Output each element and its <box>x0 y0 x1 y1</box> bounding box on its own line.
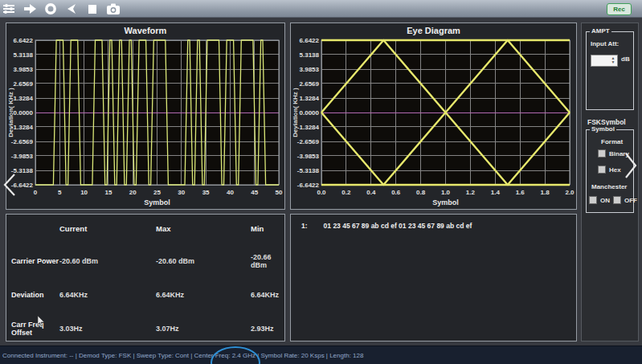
manchester-label: Manchester <box>591 183 627 190</box>
col-header-min: Min <box>251 221 281 237</box>
x-tick-label: 0.2 <box>341 189 351 196</box>
back-arrow-icon[interactable] <box>64 2 79 16</box>
y-tick-label: 0.0000 <box>14 109 34 117</box>
toolbar: Rec <box>0 0 642 18</box>
carrier-power-min: -20.66 dBm <box>251 253 281 269</box>
y-tick-label: -6.6422 <box>297 182 320 189</box>
x-axis-label: Symbol <box>144 198 170 207</box>
x-tick-label: 5 <box>58 189 62 196</box>
x-tick-label: 0.0 <box>317 189 326 196</box>
x-tick-label: 1.0 <box>441 189 451 196</box>
carr-freq-offset-min: 2.93Hz <box>251 325 281 333</box>
x-tick-label: 10 <box>80 189 88 196</box>
y-tick-label: -3.9853 <box>297 153 320 160</box>
x-axis-label: Symbol <box>432 198 459 207</box>
spinner-arrows-icon[interactable]: ▲▼ <box>610 56 616 65</box>
arrow-right-icon[interactable] <box>22 2 37 16</box>
right-sidebar: AMPT Input Att: ▲▼ dB FSKSymbol Symbol F… <box>581 22 639 342</box>
x-tick-label: 1.4 <box>491 189 501 196</box>
x-tick-label: 1.8 <box>541 189 550 196</box>
y-tick-label: 1.3284 <box>14 95 34 102</box>
x-tick-label: 0.8 <box>416 189 426 196</box>
y-tick-label: -5.3138 <box>297 167 320 174</box>
carr-freq-offset-current: 3.03Hz <box>59 325 156 333</box>
symbol-row-index: 1: <box>301 222 308 230</box>
y-tick-label: 1.3284 <box>300 95 320 102</box>
status-bar-text: Connected Instrument: -- | Demod Type: F… <box>2 346 363 364</box>
y-tick-label: 0.0000 <box>300 109 320 117</box>
measurement-panel: Current Max Min Carrier Power -20.60 dBm… <box>6 214 285 342</box>
stop-icon[interactable] <box>85 2 100 16</box>
symbol-group-title: Symbol <box>590 125 616 133</box>
x-tick-label: 0.4 <box>366 189 376 196</box>
status-bar: Connected Instrument: -- | Demod Type: F… <box>0 346 642 364</box>
carrier-power-max: -20.60 dBm <box>156 257 251 265</box>
y-tick-label: 2.6569 <box>300 80 320 88</box>
deviation-min: 6.64KHz <box>251 291 281 299</box>
waveform-title: Waveform <box>6 26 284 35</box>
input-att-label: Input Att: <box>591 40 619 47</box>
x-tick-label: 50 <box>276 189 283 196</box>
y-tick-label: -1.3284 <box>11 124 34 131</box>
format-label: Format <box>601 138 623 145</box>
col-header-max: Max <box>156 221 251 237</box>
deviation-max: 6.64KHz <box>156 291 251 299</box>
mouse-cursor <box>37 316 45 327</box>
manchester-on-label: ON <box>600 197 610 204</box>
camera-icon[interactable] <box>106 2 121 16</box>
carr-freq-offset-max: 3.07Hz <box>156 325 251 333</box>
sliders-icon[interactable] <box>2 2 16 16</box>
hex-label: Hex <box>609 166 621 174</box>
x-tick-label: 1.2 <box>466 189 476 196</box>
y-tick-label: -3.9853 <box>11 153 34 160</box>
y-tick-label: 3.9853 <box>14 66 34 73</box>
input-att-value <box>591 55 593 66</box>
y-tick-label: -1.3284 <box>297 124 320 131</box>
ampt-group-title: AMPT <box>590 27 611 35</box>
measurement-table: Current Max Min Carrier Power -20.60 dBm… <box>11 221 281 337</box>
y-tick-label: 2.6569 <box>14 80 34 88</box>
x-tick-label: 35 <box>202 189 210 196</box>
y-tick-label: -2.6569 <box>297 138 320 145</box>
manchester-off-label: OFF <box>624 197 637 204</box>
y-tick-label: 5.3138 <box>300 51 320 59</box>
waveform-plot: 6.64225.31383.98532.65691.32840.0000-1.3… <box>6 37 284 209</box>
row-label-deviation: Deviation <box>11 291 59 299</box>
row-label-carrier-power: Carrier Power <box>11 257 59 265</box>
symbol-hex-data: 01 23 45 67 89 ab cd ef 01 23 45 67 89 a… <box>324 222 472 230</box>
manchester-on-checkbox[interactable] <box>589 196 597 204</box>
db-unit-label: dB <box>621 55 630 63</box>
deviation-current: 6.64KHz <box>59 291 156 299</box>
eye-diagram-panel: Eye Diagram 6.64225.31383.98532.65691.32… <box>290 22 577 210</box>
input-att-field[interactable]: ▲▼ <box>591 55 618 67</box>
x-tick-label: 2.0 <box>565 189 575 196</box>
eye-diagram-title: Eye Diagram <box>291 26 576 35</box>
symbol-data-row: 1: 01 23 45 67 89 ab cd ef 01 23 45 67 8… <box>301 222 472 230</box>
manchester-off-checkbox[interactable] <box>613 196 621 204</box>
x-tick-label: 0.6 <box>391 189 401 196</box>
eye-diagram-plot: 6.64225.31383.98532.65691.32840.0000-1.3… <box>291 37 576 209</box>
x-tick-label: 1.6 <box>516 189 525 196</box>
x-tick-label: 25 <box>153 189 161 196</box>
binary-checkbox[interactable] <box>598 149 606 157</box>
y-tick-label: 6.6422 <box>14 37 34 44</box>
symbol-data-panel: 1: 01 23 45 67 89 ab cd ef 01 23 45 67 8… <box>290 214 577 342</box>
row-label-carr-freq-offset: Carr Freq Offset <box>11 321 59 337</box>
x-tick-label: 0 <box>34 189 38 196</box>
x-tick-label: 40 <box>227 189 234 196</box>
waveform-panel: Waveform 6.64225.31383.98532.65691.32840… <box>6 22 285 210</box>
y-tick-label: -2.6569 <box>11 138 34 145</box>
next-screen-arrow-icon[interactable] <box>624 152 638 179</box>
prev-screen-arrow-icon[interactable] <box>2 173 17 197</box>
col-header-current: Current <box>59 221 156 237</box>
ampt-group: AMPT Input Att: ▲▼ dB <box>586 31 634 110</box>
rec-status-badge[interactable]: Rec <box>607 3 632 15</box>
hex-checkbox[interactable] <box>598 166 606 174</box>
y-tick-label: 6.6422 <box>300 37 320 44</box>
y-axis-label: Deviation( KHz ) <box>292 88 299 137</box>
x-tick-label: 20 <box>129 189 137 196</box>
record-icon[interactable] <box>43 2 58 16</box>
y-tick-label: 5.3138 <box>14 51 34 59</box>
y-axis-label: Deviation( KHz ) <box>7 88 14 137</box>
y-tick-label: 3.9853 <box>300 66 320 73</box>
